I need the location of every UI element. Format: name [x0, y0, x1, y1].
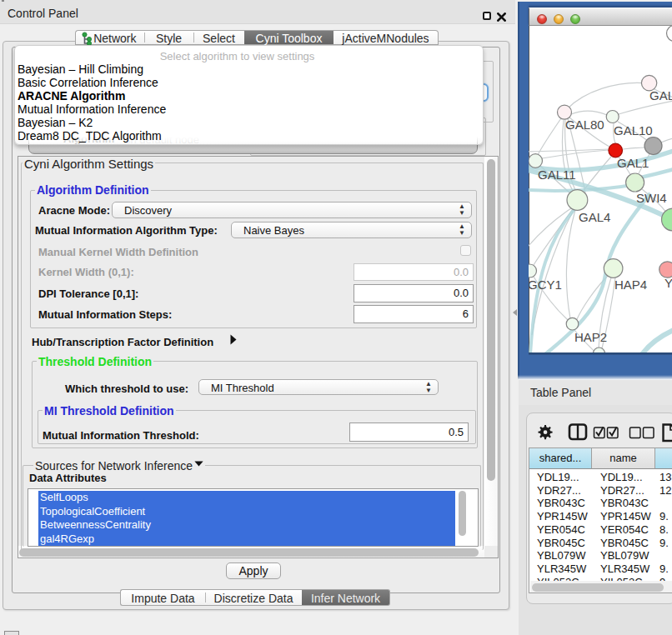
svg-text:GAL80: GAL80	[565, 118, 604, 132]
svg-text:GAL1: GAL1	[617, 156, 649, 170]
svg-text:HAP2: HAP2	[574, 330, 607, 344]
svg-text:GAL10: GAL10	[614, 123, 653, 138]
svg-text:GAL4: GAL4	[579, 210, 610, 224]
svg-text:SWI4: SWI4	[636, 191, 667, 205]
svg-text:GAL7: GAL7	[649, 88, 672, 102]
svg-text:GAL11: GAL11	[538, 168, 576, 182]
svg-text:Y: Y	[664, 276, 672, 290]
svg-text:GCY1: GCY1	[529, 278, 562, 292]
svg-text:HAP4: HAP4	[614, 278, 647, 292]
